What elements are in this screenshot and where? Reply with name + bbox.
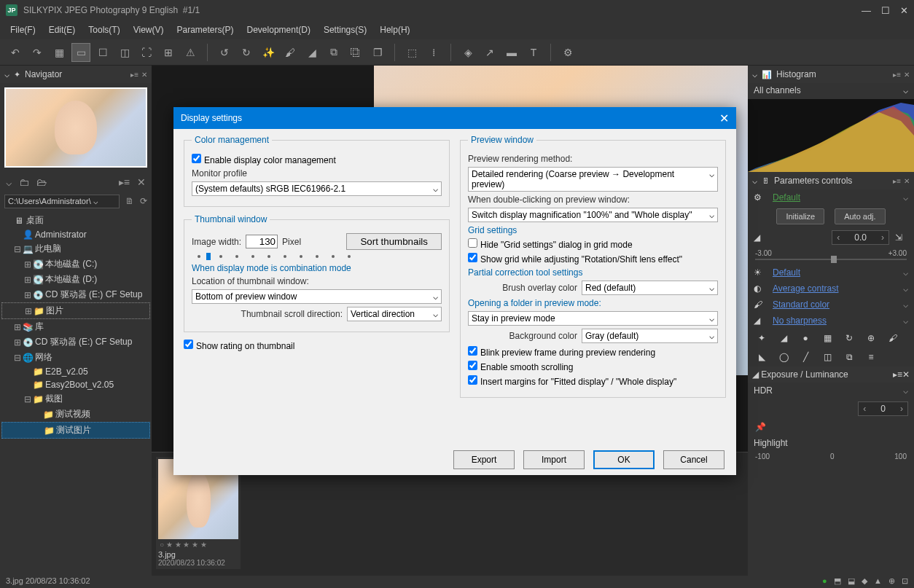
dialog-titlebar[interactable]: Display settings ✕ xyxy=(173,107,736,129)
tool-rotate-left-icon[interactable]: ↺ xyxy=(215,43,234,62)
import-button[interactable]: Import xyxy=(523,450,585,469)
tree-node[interactable]: 📁E2B_v2.05 xyxy=(1,365,150,378)
panel-close-icon[interactable]: ✕ xyxy=(904,177,910,185)
bg-color-select[interactable]: Gray (default)⌵ xyxy=(582,329,718,343)
show-grid-checkbox[interactable]: Show grid while adjusting "Rotation/Shif… xyxy=(468,253,682,264)
increase-icon[interactable]: › xyxy=(877,232,888,243)
blink-checkbox[interactable]: Blink preview frame during preview rende… xyxy=(468,346,655,358)
close-button[interactable]: ✕ xyxy=(900,5,908,16)
tool-split-icon[interactable]: ◫ xyxy=(115,43,134,62)
refresh-icon[interactable]: ⟳ xyxy=(140,196,147,206)
folder-icon[interactable]: 🗀 xyxy=(19,176,29,188)
hdr-row[interactable]: HDR⌵ xyxy=(748,383,914,399)
menu-settings[interactable]: Settings(S) xyxy=(318,22,372,38)
more-tool-icon[interactable]: ≡ xyxy=(864,352,878,362)
panel-dock-icon[interactable]: ▸≡ xyxy=(893,71,901,79)
tool-settings-icon[interactable]: ⚙ xyxy=(558,43,577,62)
rotate-tool-icon[interactable]: ↻ xyxy=(843,333,856,343)
preset-default[interactable]: Default xyxy=(773,192,897,203)
folder-open-icon[interactable]: 🗁 xyxy=(36,176,47,188)
param-row[interactable]: 🖌Standard color⌵ xyxy=(748,297,914,313)
crop-tool-icon[interactable]: ⧉ xyxy=(843,352,856,362)
panel-close-icon[interactable]: ✕ xyxy=(137,176,146,188)
hide-grid-checkbox[interactable]: Hide "Grid settings" dialog in grid mode xyxy=(468,238,633,250)
decrease-icon[interactable]: ‹ xyxy=(832,232,844,243)
open-folder-select[interactable]: Stay in preview mode⌵ xyxy=(468,311,718,326)
tree-node[interactable]: 👤Administrator xyxy=(1,228,150,241)
tree-node[interactable]: 🖥桌面 xyxy=(1,213,150,228)
tool-brush-icon[interactable]: 🖌 xyxy=(281,43,300,62)
export-button[interactable]: Export xyxy=(453,450,515,469)
status-icon[interactable]: ◆ xyxy=(862,576,867,585)
ev-stepper[interactable]: ‹ 0.0 › xyxy=(832,230,889,245)
reset-icon[interactable]: ⇲ xyxy=(895,232,908,243)
panel-close-icon[interactable]: ✕ xyxy=(141,71,147,79)
maximize-button[interactable]: ☐ xyxy=(881,5,890,16)
tool-text-icon[interactable]: T xyxy=(524,43,543,62)
status-icon[interactable]: ⬓ xyxy=(848,576,855,585)
tool-crop-icon[interactable]: ⧉ xyxy=(324,43,343,62)
auto-adjust-button[interactable]: Auto adj. xyxy=(835,208,885,224)
document-icon[interactable]: 🗎 xyxy=(125,196,134,206)
location-select[interactable]: Bottom of preview window⌵ xyxy=(192,289,442,304)
tool-warning-icon[interactable]: ⚠ xyxy=(181,43,200,62)
panel-dock-icon[interactable]: ▸≡ xyxy=(893,177,901,185)
panel-close-icon[interactable]: ✕ xyxy=(904,71,910,79)
blur-tool-icon[interactable]: ◯ xyxy=(777,352,790,362)
menu-view[interactable]: View(V) xyxy=(128,22,170,38)
cancel-button[interactable]: Cancel xyxy=(663,450,724,469)
folder-tree[interactable]: 🖥桌面👤Administrator⊟💻此电脑⊞💽本地磁盘 (C:)⊞💽本地磁盘 … xyxy=(0,210,152,576)
navigator-thumbnail[interactable] xyxy=(4,87,147,168)
tool-rotate-right-icon[interactable]: ↻ xyxy=(237,43,256,62)
tree-node[interactable]: ⊞💽本地磁盘 (C:) xyxy=(1,256,150,272)
double-click-select[interactable]: Switch display magnification "100%" and … xyxy=(468,208,718,222)
ok-button[interactable]: OK xyxy=(593,450,655,469)
tool-frame-icon[interactable]: ▬ xyxy=(502,43,521,62)
chevron-down-icon[interactable]: ⌵ xyxy=(6,176,12,188)
panel-dock-icon[interactable]: ▸≡ xyxy=(119,176,130,188)
scroll-direction-select[interactable]: Vertical direction⌵ xyxy=(347,307,442,321)
navigator-header[interactable]: ⌵ ✦ Navigator ▸≡ ✕ xyxy=(0,66,152,83)
minimize-button[interactable]: ― xyxy=(862,5,871,16)
tool-single-icon[interactable]: ☐ xyxy=(93,43,112,62)
tool-copy-icon[interactable]: ⿻ xyxy=(346,43,365,62)
enable-cm-checkbox[interactable]: Enable display color management xyxy=(192,154,336,165)
tree-node[interactable]: ⊞💿CD 驱动器 (E:) CF Setup xyxy=(1,287,150,302)
brush-color-select[interactable]: Red (default)⌵ xyxy=(582,281,718,295)
highlight-tool-icon[interactable]: ✦ xyxy=(755,333,768,343)
monitor-profile-select[interactable]: (System defaults) sRGB IEC61966-2.1⌵ xyxy=(192,181,442,196)
menu-help[interactable]: Help(H) xyxy=(374,22,415,38)
histogram-header[interactable]: ⌵ 📊 Histogram ▸≡ ✕ xyxy=(748,66,914,83)
brush-tool-icon[interactable]: 🖌 xyxy=(886,333,899,343)
tool-preview-icon[interactable]: ▭ xyxy=(71,43,90,62)
dialog-close-icon[interactable]: ✕ xyxy=(719,111,729,125)
menu-tools[interactable]: Tools(T) xyxy=(82,22,125,38)
status-icon[interactable]: ▲ xyxy=(874,576,882,585)
tree-node[interactable]: 📁Easy2Boot_v2.05 xyxy=(1,378,150,391)
menu-file[interactable]: File(F) xyxy=(4,22,42,38)
channels-selector[interactable]: All channels⌵ xyxy=(748,83,914,98)
tree-node[interactable]: ⊞📁图片 xyxy=(1,302,150,319)
menu-edit[interactable]: Edit(E) xyxy=(43,22,82,38)
initialize-button[interactable]: Initialize xyxy=(776,208,824,224)
show-rating-checkbox[interactable]: Show rating on thumbnail xyxy=(184,340,294,351)
menu-development[interactable]: Development(D) xyxy=(241,22,316,38)
gear-icon[interactable]: ⚙ xyxy=(754,192,767,203)
tool-redo-icon[interactable]: ↷ xyxy=(28,43,47,62)
noise-tool-icon[interactable]: ▦ xyxy=(821,333,834,343)
lens-tool-icon[interactable]: ● xyxy=(799,333,812,343)
thumbnail-rating[interactable]: ○ ★ ★ ★ ★ ★ xyxy=(158,539,238,550)
exposure-section-header[interactable]: ◢ Exposure / Luminance ▸≡✕ xyxy=(748,366,914,383)
hdr-stepper[interactable]: ‹0› xyxy=(858,401,908,416)
render-method-select[interactable]: Detailed rendering (Coarse preview → Dev… xyxy=(468,167,718,192)
tree-node[interactable]: 📁测试图片 xyxy=(1,422,150,439)
level-tool-icon[interactable]: ◣ xyxy=(755,352,768,362)
path-input[interactable]: C:\Users\Administrator\ ⌵ xyxy=(4,195,120,208)
tool-grid-icon[interactable]: ▦ xyxy=(50,43,69,62)
tool-export-icon[interactable]: ↗ xyxy=(480,43,499,62)
tree-node[interactable]: ⊟🌐网络 xyxy=(1,350,150,365)
tree-node[interactable]: ⊞💿CD 驱动器 (E:) CF Setup xyxy=(1,334,150,350)
status-icon[interactable]: ⬒ xyxy=(834,576,841,585)
parameters-header[interactable]: ⌵ 🎚 Parameters controls ▸≡ ✕ xyxy=(748,172,914,189)
panel-dock-icon[interactable]: ▸≡ xyxy=(130,71,138,79)
